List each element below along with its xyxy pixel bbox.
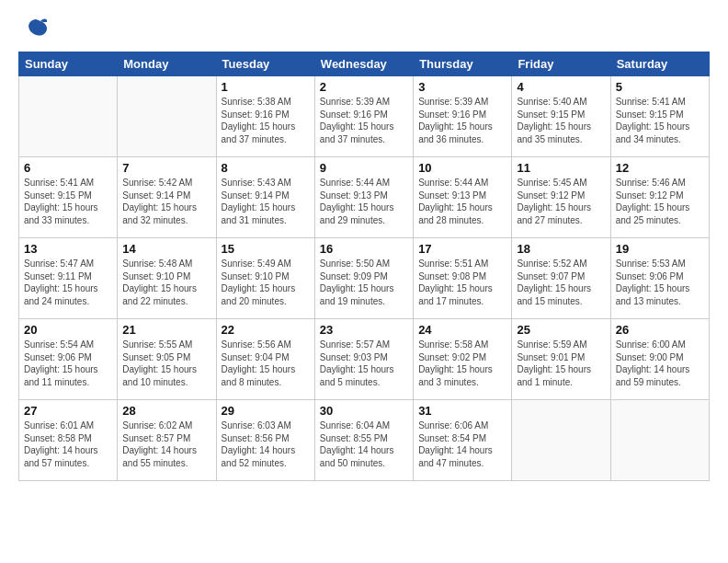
calendar-cell: 29Sunrise: 6:03 AMSunset: 8:56 PMDayligh… [216,400,314,481]
page: SundayMondayTuesdayWednesdayThursdayFrid… [0,0,728,496]
day-detail: Sunrise: 5:53 AMSunset: 9:06 PMDaylight:… [616,258,704,307]
day-detail: Sunrise: 5:43 AMSunset: 9:14 PMDaylight:… [222,177,310,226]
day-number: 23 [320,323,408,337]
day-number: 8 [222,161,310,175]
day-number: 4 [517,80,605,94]
day-detail: Sunrise: 5:56 AMSunset: 9:04 PMDaylight:… [222,339,310,388]
calendar-cell: 5Sunrise: 5:41 AMSunset: 9:15 PMDaylight… [610,76,709,157]
day-number: 1 [222,80,310,94]
calendar-cell: 26Sunrise: 6:00 AMSunset: 9:00 PMDayligh… [610,319,709,400]
day-detail: Sunrise: 5:41 AMSunset: 9:15 PMDaylight:… [616,96,704,145]
day-number: 14 [122,242,210,256]
calendar-cell: 21Sunrise: 5:55 AMSunset: 9:05 PMDayligh… [118,319,216,400]
day-number: 2 [320,80,408,94]
calendar-cell: 30Sunrise: 6:04 AMSunset: 8:55 PMDayligh… [314,400,413,481]
day-detail: Sunrise: 5:46 AMSunset: 9:12 PMDaylight:… [616,177,704,226]
day-number: 13 [24,242,112,256]
calendar-cell: 22Sunrise: 5:56 AMSunset: 9:04 PMDayligh… [216,319,314,400]
day-detail: Sunrise: 5:42 AMSunset: 9:14 PMDaylight:… [122,177,210,226]
day-detail: Sunrise: 5:41 AMSunset: 9:15 PMDaylight:… [24,177,112,226]
calendar-cell: 4Sunrise: 5:40 AMSunset: 9:15 PMDaylight… [512,76,610,157]
day-detail: Sunrise: 6:00 AMSunset: 9:00 PMDaylight:… [616,339,704,388]
calendar-cell [118,76,216,157]
calendar-cell: 28Sunrise: 6:02 AMSunset: 8:57 PMDayligh… [118,400,216,481]
day-detail: Sunrise: 5:49 AMSunset: 9:10 PMDaylight:… [222,258,310,307]
day-number: 10 [418,161,506,175]
day-detail: Sunrise: 5:40 AMSunset: 9:15 PMDaylight:… [517,96,605,145]
day-detail: Sunrise: 5:39 AMSunset: 9:16 PMDaylight:… [418,96,506,145]
calendar-cell: 13Sunrise: 5:47 AMSunset: 9:11 PMDayligh… [19,238,118,319]
calendar-cell [19,76,118,157]
calendar-cell: 14Sunrise: 5:48 AMSunset: 9:10 PMDayligh… [118,238,216,319]
day-detail: Sunrise: 5:57 AMSunset: 9:03 PMDaylight:… [320,339,408,388]
calendar-week-row: 6Sunrise: 5:41 AMSunset: 9:15 PMDaylight… [19,157,710,238]
calendar-cell: 25Sunrise: 5:59 AMSunset: 9:01 PMDayligh… [512,319,610,400]
day-number: 30 [320,404,408,418]
calendar-cell: 15Sunrise: 5:49 AMSunset: 9:10 PMDayligh… [216,238,314,319]
day-number: 31 [418,404,506,418]
header [18,15,710,42]
calendar-cell: 27Sunrise: 6:01 AMSunset: 8:58 PMDayligh… [19,400,118,481]
weekday-header: Friday [512,52,610,76]
calendar-cell: 7Sunrise: 5:42 AMSunset: 9:14 PMDaylight… [118,157,216,238]
day-detail: Sunrise: 5:50 AMSunset: 9:09 PMDaylight:… [320,258,408,307]
day-number: 25 [517,323,605,337]
day-detail: Sunrise: 5:48 AMSunset: 9:10 PMDaylight:… [122,258,210,307]
calendar-cell: 6Sunrise: 5:41 AMSunset: 9:15 PMDaylight… [19,157,118,238]
day-number: 18 [517,242,605,256]
calendar-cell: 31Sunrise: 6:06 AMSunset: 8:54 PMDayligh… [414,400,512,481]
calendar-cell: 8Sunrise: 5:43 AMSunset: 9:14 PMDaylight… [216,157,314,238]
day-detail: Sunrise: 6:04 AMSunset: 8:55 PMDaylight:… [320,419,408,469]
day-number: 3 [418,80,506,94]
day-number: 19 [616,242,704,256]
calendar-cell: 17Sunrise: 5:51 AMSunset: 9:08 PMDayligh… [414,238,512,319]
calendar-week-row: 1Sunrise: 5:38 AMSunset: 9:16 PMDaylight… [19,76,710,157]
calendar-cell: 12Sunrise: 5:46 AMSunset: 9:12 PMDayligh… [610,157,709,238]
day-detail: Sunrise: 5:59 AMSunset: 9:01 PMDaylight:… [517,339,605,388]
day-detail: Sunrise: 5:58 AMSunset: 9:02 PMDaylight:… [418,339,506,388]
day-number: 29 [222,404,310,418]
day-detail: Sunrise: 5:44 AMSunset: 9:13 PMDaylight:… [320,177,408,226]
day-detail: Sunrise: 5:47 AMSunset: 9:11 PMDaylight:… [24,258,112,307]
weekday-header: Thursday [414,52,512,76]
day-number: 22 [222,323,310,337]
calendar-header-row: SundayMondayTuesdayWednesdayThursdayFrid… [19,52,710,76]
logo-bird-icon [22,15,50,42]
day-number: 24 [418,323,506,337]
calendar-cell: 18Sunrise: 5:52 AMSunset: 9:07 PMDayligh… [512,238,610,319]
day-number: 27 [24,404,112,418]
day-detail: Sunrise: 5:54 AMSunset: 9:06 PMDaylight:… [24,339,112,388]
day-number: 20 [24,323,112,337]
weekday-header: Tuesday [216,52,314,76]
calendar-week-row: 27Sunrise: 6:01 AMSunset: 8:58 PMDayligh… [19,400,710,481]
day-number: 21 [122,323,210,337]
day-detail: Sunrise: 5:51 AMSunset: 9:08 PMDaylight:… [418,258,506,307]
calendar-week-row: 20Sunrise: 5:54 AMSunset: 9:06 PMDayligh… [19,319,710,400]
weekday-header: Wednesday [314,52,413,76]
day-number: 6 [24,161,112,175]
day-number: 9 [320,161,408,175]
day-detail: Sunrise: 5:38 AMSunset: 9:16 PMDaylight:… [222,96,310,145]
day-number: 7 [122,161,210,175]
calendar-cell: 24Sunrise: 5:58 AMSunset: 9:02 PMDayligh… [414,319,512,400]
day-number: 26 [616,323,704,337]
day-number: 12 [616,161,704,175]
calendar-cell: 16Sunrise: 5:50 AMSunset: 9:09 PMDayligh… [314,238,413,319]
day-number: 17 [418,242,506,256]
calendar-cell: 11Sunrise: 5:45 AMSunset: 9:12 PMDayligh… [512,157,610,238]
day-detail: Sunrise: 6:01 AMSunset: 8:58 PMDaylight:… [24,419,112,469]
weekday-header: Saturday [610,52,709,76]
day-number: 11 [517,161,605,175]
calendar-cell [512,400,610,481]
day-detail: Sunrise: 5:44 AMSunset: 9:13 PMDaylight:… [418,177,506,226]
calendar-cell: 20Sunrise: 5:54 AMSunset: 9:06 PMDayligh… [19,319,118,400]
day-number: 15 [222,242,310,256]
calendar-cell: 19Sunrise: 5:53 AMSunset: 9:06 PMDayligh… [610,238,709,319]
calendar-cell: 2Sunrise: 5:39 AMSunset: 9:16 PMDaylight… [314,76,413,157]
calendar-cell: 9Sunrise: 5:44 AMSunset: 9:13 PMDaylight… [314,157,413,238]
day-detail: Sunrise: 5:55 AMSunset: 9:05 PMDaylight:… [122,339,210,388]
day-number: 5 [616,80,704,94]
day-detail: Sunrise: 5:52 AMSunset: 9:07 PMDaylight:… [517,258,605,307]
day-detail: Sunrise: 6:03 AMSunset: 8:56 PMDaylight:… [222,419,310,469]
calendar-cell [610,400,709,481]
